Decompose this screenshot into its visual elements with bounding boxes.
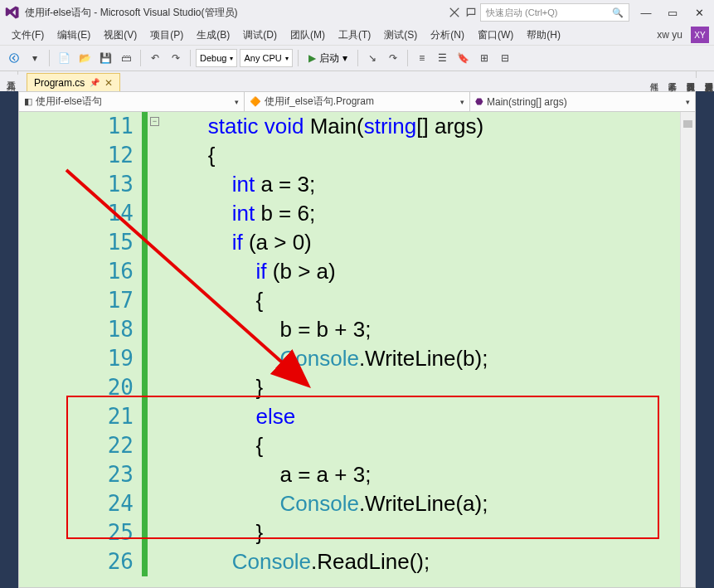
file-tab-program[interactable]: Program.cs 📌 ✕ bbox=[27, 73, 120, 91]
code-line[interactable]: } bbox=[160, 520, 263, 549]
uncomment-icon[interactable]: ☰ bbox=[434, 49, 452, 67]
menu-bar: 文件(F) 编辑(E) 视图(V) 项目(P) 生成(B) 调试(D) 团队(M… bbox=[0, 25, 714, 45]
code-line[interactable]: { bbox=[160, 288, 263, 317]
line-number: 18 bbox=[92, 317, 134, 342]
vertical-scrollbar[interactable] bbox=[680, 112, 695, 587]
new-project-button[interactable]: 📄 bbox=[55, 49, 73, 67]
toolbox-rail[interactable]: 工具箱 bbox=[0, 71, 18, 75]
menu-help[interactable]: 帮助(H) bbox=[520, 27, 567, 44]
tab-strip: Program.cs 📌 ✕ bbox=[0, 71, 714, 91]
code-line[interactable]: { bbox=[160, 143, 215, 172]
menu-debug[interactable]: 调试(D) bbox=[236, 27, 284, 44]
scroll-thumb[interactable] bbox=[683, 120, 692, 128]
code-surface[interactable]: − 11121314151617181920212223242526 stati… bbox=[19, 112, 695, 587]
svg-point-0 bbox=[10, 54, 19, 63]
notification-icon[interactable] bbox=[449, 7, 460, 18]
menu-test[interactable]: 测试(S) bbox=[377, 27, 424, 44]
line-number: 11 bbox=[92, 114, 134, 138]
menu-view[interactable]: 视图(V) bbox=[97, 27, 143, 44]
save-button[interactable]: 💾 bbox=[96, 49, 114, 67]
step-over-icon[interactable]: ↷ bbox=[384, 49, 402, 67]
team-explorer-tab[interactable]: 团队资源管理器 bbox=[684, 75, 696, 78]
nav-class-dropdown[interactable]: 🔶使用if_else语句.Program▾ bbox=[245, 92, 470, 111]
line-number: 12 bbox=[92, 143, 134, 168]
nav-method-dropdown[interactable]: ⬣Main(string[] args)▾ bbox=[470, 92, 695, 111]
right-rail: 解决方案资源管理器 团队资源管理器 诊断工具 属性 bbox=[696, 71, 714, 78]
code-line[interactable]: Console.WriteLine(b); bbox=[160, 346, 488, 375]
code-line[interactable]: { bbox=[160, 433, 263, 462]
solution-explorer-tab[interactable]: 解决方案资源管理器 bbox=[702, 75, 714, 78]
line-number: 16 bbox=[92, 259, 134, 284]
nav-back-button[interactable] bbox=[5, 49, 23, 67]
code-line[interactable]: a = a + 3; bbox=[160, 462, 371, 491]
nav-fwd-button[interactable]: ▾ bbox=[26, 49, 44, 67]
code-line[interactable]: static void Main(string[] args) bbox=[160, 114, 483, 143]
config-dropdown[interactable]: Debug▾ bbox=[196, 49, 237, 67]
code-line[interactable]: } bbox=[160, 375, 263, 404]
code-line[interactable]: if (a > 0) bbox=[160, 230, 312, 259]
line-number: 24 bbox=[92, 491, 134, 516]
line-number-gutter: 11121314151617181920212223242526 bbox=[19, 112, 143, 587]
menu-tools[interactable]: 工具(T) bbox=[332, 27, 377, 44]
step-into-icon[interactable]: ↘ bbox=[363, 49, 381, 67]
start-button[interactable]: ▶启动▾ bbox=[304, 51, 352, 66]
menu-project[interactable]: 项目(P) bbox=[143, 27, 190, 44]
close-button[interactable]: ✕ bbox=[689, 3, 709, 22]
format-icon[interactable]: ⊞ bbox=[475, 49, 493, 67]
restore-button[interactable]: ▭ bbox=[663, 3, 682, 22]
title-bar: 使用if-else语句 - Microsoft Visual Studio(管理… bbox=[0, 0, 714, 25]
line-number: 21 bbox=[92, 404, 134, 429]
code-text[interactable]: static void Main(string[] args) { int a … bbox=[160, 112, 680, 587]
window-title: 使用if-else语句 - Microsoft Visual Studio(管理… bbox=[25, 6, 238, 20]
code-line[interactable]: b = b + 3; bbox=[160, 317, 371, 346]
nav-bar: ◧使用if-else语句▾ 🔶使用if_else语句.Program▾ ⬣Mai… bbox=[19, 92, 695, 112]
bookmark-icon[interactable]: 🔖 bbox=[454, 49, 473, 67]
minimize-button[interactable]: — bbox=[636, 3, 656, 22]
comment-icon[interactable]: ≡ bbox=[413, 49, 431, 67]
code-line[interactable]: int b = 6; bbox=[160, 201, 315, 230]
code-line[interactable]: Console.WriteLine(a); bbox=[160, 491, 488, 520]
quick-launch-input[interactable]: 快速启动 (Ctrl+Q) 🔍 bbox=[480, 3, 629, 22]
document-well: Program.cs 📌 ✕ ◧使用if-else语句▾ 🔶使用if_else语… bbox=[0, 71, 714, 588]
open-file-button[interactable]: 📂 bbox=[75, 49, 94, 67]
search-icon: 🔍 bbox=[612, 7, 624, 18]
line-number: 26 bbox=[92, 549, 134, 574]
save-all-button[interactable]: 🗃 bbox=[117, 49, 135, 67]
menu-build[interactable]: 生成(B) bbox=[190, 27, 236, 44]
vs-logo-icon bbox=[5, 5, 20, 20]
user-name[interactable]: xw yu bbox=[657, 29, 682, 41]
code-line[interactable]: Console.ReadLine(); bbox=[160, 549, 430, 578]
code-line[interactable]: if (b > a) bbox=[160, 259, 336, 288]
user-avatar[interactable]: XY bbox=[691, 27, 709, 43]
quick-launch-placeholder: 快速启动 (Ctrl+Q) bbox=[486, 7, 557, 19]
line-number: 23 bbox=[92, 462, 134, 487]
code-line[interactable]: int a = 3; bbox=[160, 172, 315, 201]
menu-window[interactable]: 窗口(W) bbox=[471, 27, 520, 44]
outline-icon[interactable]: ⊟ bbox=[496, 49, 514, 67]
menu-edit[interactable]: 编辑(E) bbox=[51, 27, 97, 44]
line-number: 15 bbox=[92, 230, 134, 255]
line-number: 22 bbox=[92, 433, 134, 458]
line-number: 17 bbox=[92, 288, 134, 313]
file-tab-label: Program.cs bbox=[34, 77, 85, 89]
outline-collapse-icon[interactable]: − bbox=[150, 117, 159, 126]
menu-team[interactable]: 团队(M) bbox=[284, 27, 332, 44]
close-tab-icon[interactable]: ✕ bbox=[104, 77, 113, 89]
line-number: 20 bbox=[92, 375, 134, 400]
menu-analyze[interactable]: 分析(N) bbox=[424, 27, 471, 44]
pin-icon[interactable]: 📌 bbox=[90, 78, 100, 87]
redo-button[interactable]: ↷ bbox=[167, 49, 185, 67]
line-number: 14 bbox=[92, 201, 134, 226]
menu-file[interactable]: 文件(F) bbox=[5, 27, 51, 44]
line-number: 25 bbox=[92, 520, 134, 545]
nav-project-dropdown[interactable]: ◧使用if-else语句▾ bbox=[19, 92, 245, 111]
line-number: 19 bbox=[92, 346, 134, 371]
code-line[interactable]: else bbox=[160, 404, 295, 433]
line-number: 13 bbox=[92, 172, 134, 197]
diagnostic-tab[interactable]: 诊断工具 bbox=[666, 75, 678, 78]
feedback-icon[interactable] bbox=[465, 7, 477, 18]
platform-dropdown[interactable]: Any CPU▾ bbox=[240, 49, 292, 67]
properties-tab[interactable]: 属性 bbox=[648, 75, 659, 78]
undo-button[interactable]: ↶ bbox=[146, 49, 164, 67]
editor: ◧使用if-else语句▾ 🔶使用if_else语句.Program▾ ⬣Mai… bbox=[18, 91, 696, 588]
